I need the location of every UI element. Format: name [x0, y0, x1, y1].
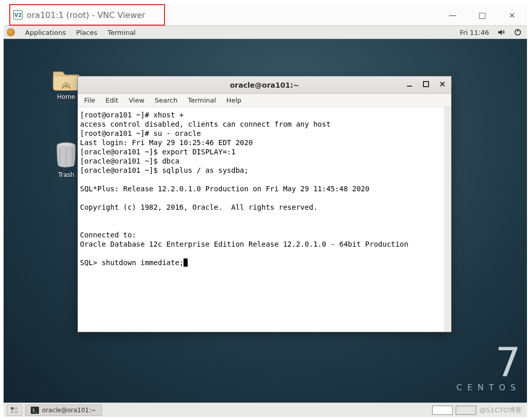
- svg-rect-1: [517, 29, 518, 32]
- vnc-title-highlight: V2 ora101:1 (root) - VNC Viewer: [9, 4, 165, 26]
- taskbar-tray-slot-2[interactable]: [456, 406, 476, 415]
- vnc-window-controls: — □ ×: [438, 4, 527, 26]
- taskbar-terminal-label: oracle@ora101:~: [42, 407, 96, 414]
- vnc-titlebar[interactable]: V2 ora101:1 (root) - VNC Viewer — □ ×: [4, 4, 527, 26]
- svg-rect-3: [407, 86, 412, 87]
- terminal-menubar: File Edit View Search Terminal Help: [78, 94, 451, 107]
- taskbar-tray-slot-1[interactable]: [432, 406, 453, 415]
- vnc-maximize-button[interactable]: □: [468, 4, 497, 26]
- terminal-menu-file[interactable]: File: [84, 96, 95, 104]
- gnome-task-bar: $_ oracle@ora101:~ @51CTO博客: [4, 403, 527, 417]
- applications-icon[interactable]: [7, 28, 15, 36]
- terminal-maximize-button[interactable]: [420, 78, 432, 90]
- vnc-logo-icon: V2: [13, 10, 23, 19]
- menu-places[interactable]: Places: [76, 29, 97, 36]
- terminal-close-button[interactable]: [437, 78, 448, 90]
- workspace-icon: [11, 407, 18, 413]
- gnome-top-bar: Applications Places Terminal Fri 11:46: [4, 26, 527, 39]
- centos-word: CENTOS: [456, 383, 521, 392]
- svg-rect-6: [15, 407, 18, 410]
- svg-rect-4: [423, 82, 429, 87]
- menu-terminal-app[interactable]: Terminal: [108, 29, 136, 36]
- svg-rect-8: [15, 411, 18, 413]
- power-icon[interactable]: [514, 28, 522, 36]
- desktop-home-label: Home: [57, 93, 75, 101]
- vnc-window-title: ora101:1 (root) - VNC Viewer: [27, 10, 145, 20]
- terminal-body[interactable]: [root@ora101 ~]# xhost + access control …: [78, 107, 451, 332]
- terminal-title: oracle@ora101:~: [78, 81, 451, 89]
- desktop-area[interactable]: Home Trash 7 CENTOS oracle@ora101:~: [4, 39, 527, 403]
- clock-label[interactable]: Fri 11:46: [460, 29, 489, 36]
- terminal-window: oracle@ora101:~ File Edit View: [77, 76, 452, 332]
- terminal-cursor: [184, 258, 188, 267]
- centos-seven: 7: [456, 343, 521, 383]
- terminal-output[interactable]: [root@ora101 ~]# xhost + access control …: [78, 107, 444, 332]
- folder-home-icon: [51, 66, 81, 91]
- volume-icon[interactable]: [497, 28, 505, 36]
- terminal-menu-help[interactable]: Help: [226, 96, 241, 104]
- workspace-switcher[interactable]: [7, 405, 22, 416]
- svg-rect-5: [11, 407, 14, 410]
- watermark-text: @51CTO博客: [479, 406, 522, 415]
- terminal-scrollbar[interactable]: [444, 107, 451, 332]
- trash-bin-icon: [54, 142, 78, 169]
- terminal-taskbar-icon: $_: [31, 407, 39, 414]
- vnc-minimize-button[interactable]: —: [438, 4, 468, 26]
- svg-text:$_: $_: [32, 408, 37, 413]
- terminal-menu-search[interactable]: Search: [155, 96, 178, 104]
- taskbar-terminal-button[interactable]: $_ oracle@ora101:~: [25, 405, 102, 416]
- centos-branding: 7 CENTOS: [456, 343, 521, 392]
- desktop-trash-label: Trash: [58, 171, 74, 178]
- svg-rect-7: [11, 411, 14, 413]
- terminal-menu-edit[interactable]: Edit: [106, 96, 118, 104]
- terminal-minimize-button[interactable]: [404, 78, 415, 90]
- terminal-titlebar[interactable]: oracle@ora101:~: [78, 76, 451, 94]
- menu-applications[interactable]: Applications: [25, 29, 66, 36]
- vnc-close-button[interactable]: ×: [497, 4, 527, 26]
- vnc-window: V2 ora101:1 (root) - VNC Viewer — □ × Ap…: [4, 4, 527, 417]
- terminal-menu-terminal[interactable]: Terminal: [188, 96, 216, 104]
- terminal-menu-view[interactable]: View: [129, 96, 145, 104]
